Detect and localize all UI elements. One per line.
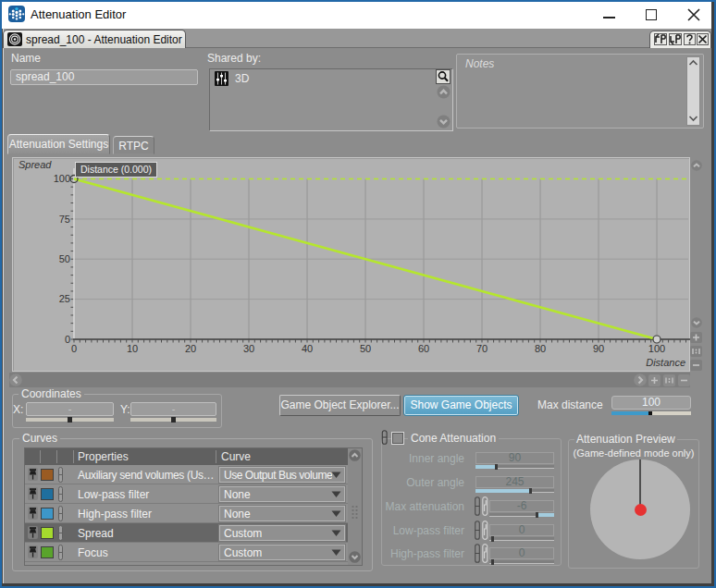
svg-text:70: 70 — [476, 343, 488, 354]
svg-text:50: 50 — [360, 343, 371, 354]
svg-text:10: 10 — [127, 343, 138, 354]
svg-text:Distance: Distance — [646, 357, 685, 368]
svg-text:100: 100 — [648, 343, 665, 354]
svg-text:80: 80 — [535, 343, 546, 354]
svg-text:50: 50 — [59, 253, 70, 264]
svg-text:40: 40 — [302, 343, 313, 354]
svg-text:100: 100 — [54, 173, 70, 184]
svg-text:0: 0 — [71, 343, 77, 354]
svg-text:90: 90 — [593, 343, 604, 354]
svg-text:60: 60 — [418, 343, 429, 354]
svg-text:75: 75 — [59, 214, 70, 225]
svg-text:0: 0 — [65, 334, 70, 345]
svg-text:Spread: Spread — [19, 159, 52, 170]
svg-text:20: 20 — [185, 343, 196, 354]
svg-text:30: 30 — [243, 343, 254, 354]
svg-text:25: 25 — [59, 293, 70, 304]
